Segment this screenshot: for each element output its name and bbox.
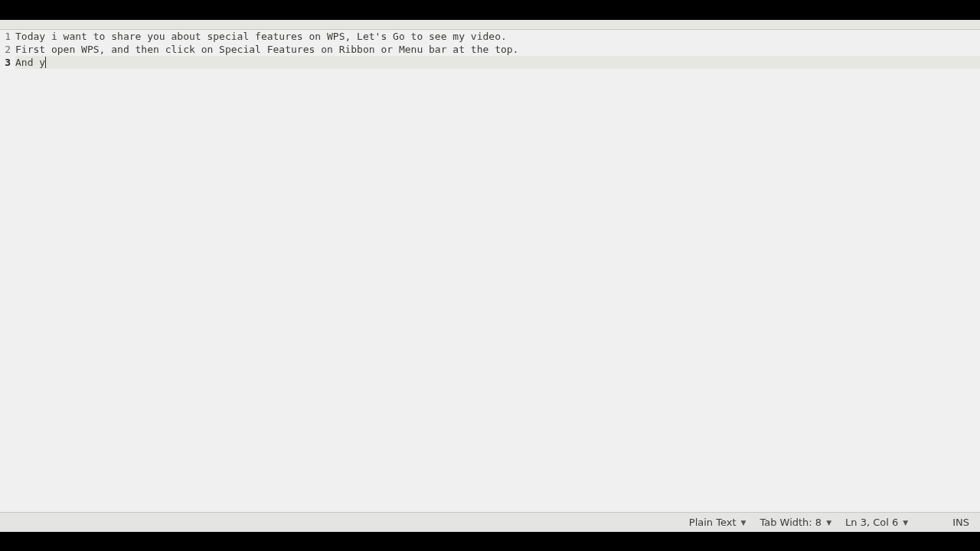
text-line[interactable]: Today i want to share you about special …	[15, 30, 980, 43]
editor-area[interactable]: 1 2 3 Today i want to share you about sp…	[0, 30, 980, 512]
text-line[interactable]: First open WPS, and then click on Specia…	[15, 43, 980, 56]
chevron-down-icon: ▼	[741, 519, 746, 527]
line-number: 2	[0, 43, 14, 56]
language-mode-selector[interactable]: Plain Text ▼	[684, 517, 751, 528]
cursor-position-label: Ln 3, Col 6	[845, 517, 898, 528]
insert-mode-label: INS	[952, 517, 969, 528]
language-mode-label: Plain Text	[689, 517, 737, 528]
status-bar: Plain Text ▼ Tab Width: 8 ▼ Ln 3, Col 6 …	[0, 512, 980, 532]
text-content[interactable]: Today i want to share you about special …	[15, 30, 980, 512]
tab-width-label: Tab Width: 8	[760, 517, 822, 528]
line-number-gutter: 1 2 3	[0, 30, 15, 512]
cursor-position[interactable]: Ln 3, Col 6 ▼	[841, 517, 943, 528]
text-line-content: And y	[15, 57, 45, 68]
text-cursor	[45, 57, 46, 68]
toolbar	[0, 20, 980, 30]
chevron-down-icon: ▼	[903, 519, 908, 527]
bottom-black-bar	[0, 532, 980, 551]
insert-mode[interactable]: INS	[948, 517, 974, 528]
text-line[interactable]: And y	[15, 56, 980, 69]
chevron-down-icon: ▼	[826, 519, 831, 527]
window-titlebar	[0, 0, 980, 20]
line-number: 3	[0, 56, 14, 69]
line-number: 1	[0, 30, 14, 43]
tab-width-selector[interactable]: Tab Width: 8 ▼	[755, 517, 836, 528]
